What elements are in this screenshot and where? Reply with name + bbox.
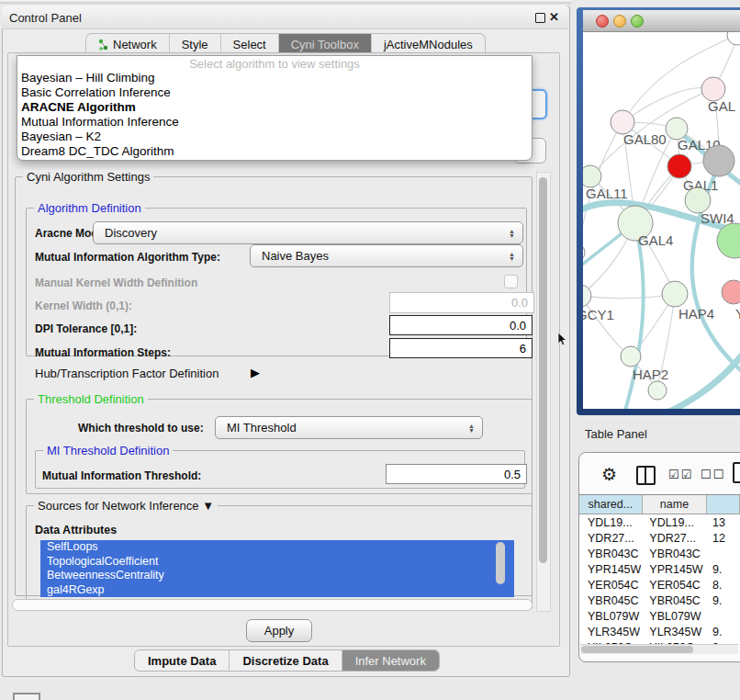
- network-node-y[interactable]: [722, 280, 740, 304]
- tab-impute-data[interactable]: Impute Data: [135, 650, 229, 671]
- docked-panel-icon[interactable]: [13, 693, 40, 700]
- which-threshold-combo[interactable]: MI Threshold ▲▼: [215, 416, 483, 439]
- table-cell[interactable]: YBR043C: [579, 546, 641, 561]
- control-panel-titlebar[interactable]: [2, 6, 568, 29]
- scrollbar-thumb[interactable]: [539, 177, 547, 563]
- algorithm-option[interactable]: Dream8 DC_TDC Algorithm: [17, 144, 532, 159]
- select-all-checkboxes-icon[interactable]: ☑☑: [668, 468, 693, 481]
- algorithm-option[interactable]: Basic Correlation Inference: [17, 85, 532, 100]
- table-cell[interactable]: YBR045C: [579, 593, 641, 608]
- network-node[interactable]: [703, 145, 734, 176]
- attribute-item[interactable]: TopologicalCoefficient: [40, 555, 514, 570]
- manual-kernel-checkbox[interactable]: [504, 275, 518, 288]
- tab-discretize-data[interactable]: Discretize Data: [229, 650, 341, 671]
- close-traffic-light-icon[interactable]: [596, 15, 609, 28]
- deselect-all-checkboxes-icon[interactable]: ☐☐: [701, 468, 725, 481]
- mi-steps-field[interactable]: 6: [389, 338, 533, 358]
- scrollbar-thumb[interactable]: [581, 646, 693, 653]
- table-row[interactable]: YBL079WYBL079W: [579, 608, 740, 624]
- table-cell[interactable]: [704, 608, 740, 624]
- table-cell[interactable]: 9.: [704, 593, 740, 608]
- table-row[interactable]: YBR045CYBR045C9.: [579, 593, 740, 608]
- settings-horizontal-scrollbar[interactable]: [12, 599, 533, 611]
- network-node-swi4[interactable]: [685, 187, 711, 213]
- table-cell[interactable]: YER054C: [641, 577, 704, 593]
- table-cell[interactable]: YER054C: [579, 577, 641, 593]
- apply-button[interactable]: Apply: [246, 619, 312, 642]
- table-row[interactable]: YER054CYER054C8.: [579, 577, 740, 593]
- table-row[interactable]: YBR043CYBR043C: [579, 546, 740, 561]
- network-node-gal11[interactable]: [583, 165, 601, 187]
- expand-arrow-icon[interactable]: ▶: [251, 366, 260, 379]
- column-layout-icon[interactable]: [636, 466, 656, 485]
- column-header[interactable]: name: [643, 495, 708, 514]
- table-cell[interactable]: YBR043C: [641, 546, 704, 561]
- attribute-item[interactable]: BetweennessCentrality: [40, 569, 514, 583]
- aracne-mode-combo[interactable]: Discovery ▲▼: [93, 221, 523, 244]
- algorithm-option[interactable]: Bayesian – K2: [17, 130, 532, 144]
- table-cell[interactable]: YPR145W: [641, 561, 704, 577]
- float-window-icon[interactable]: [535, 13, 545, 23]
- table-cell[interactable]: YBL079W: [579, 608, 641, 624]
- table-cell[interactable]: YDL19...: [579, 514, 641, 530]
- tab-style[interactable]: Style: [169, 34, 220, 54]
- tab-network[interactable]: Network: [86, 34, 169, 54]
- export-table-icon[interactable]: [733, 462, 740, 483]
- table-horizontal-scrollbar[interactable]: [580, 644, 738, 654]
- network-canvas[interactable]: GALGAL80GAL10GAL1GAL11SWI4GAL4GCY1HAP4YH…: [583, 32, 740, 409]
- collapse-arrow-icon[interactable]: ▼: [202, 499, 214, 513]
- close-icon[interactable]: ✕: [549, 10, 559, 24]
- table-cell[interactable]: YBR045C: [641, 593, 704, 608]
- attribute-list-scrollbar[interactable]: [496, 542, 505, 584]
- table-cell[interactable]: 9.: [704, 561, 740, 577]
- network-node-gal1[interactable]: [667, 154, 691, 178]
- column-header[interactable]: shared...: [579, 495, 643, 514]
- table-cell[interactable]: YDR27...: [579, 530, 641, 546]
- table-row[interactable]: YDL19...YDL19...13: [579, 514, 740, 530]
- dpi-tolerance-field[interactable]: 0.0: [389, 315, 533, 335]
- attribute-item[interactable]: SelfLoops: [40, 540, 514, 555]
- network-window-titlebar[interactable]: [583, 10, 740, 32]
- network-node-hap2[interactable]: [621, 346, 641, 367]
- table-row[interactable]: YDR27...YDR27...12: [579, 530, 740, 546]
- table-cell[interactable]: YDL19...: [641, 514, 704, 530]
- gear-icon[interactable]: ⚙: [601, 464, 617, 485]
- table-cell[interactable]: [704, 546, 740, 561]
- minimize-traffic-light-icon[interactable]: [613, 15, 626, 28]
- network-node[interactable]: [648, 381, 667, 400]
- table-cell[interactable]: 9.: [704, 624, 740, 639]
- table-cell[interactable]: 8.: [704, 577, 740, 593]
- network-node[interactable]: [727, 32, 740, 45]
- tab-jactivemnodules[interactable]: jActiveMNodules: [371, 34, 485, 54]
- network-node-gcy1[interactable]: [583, 285, 591, 307]
- table-cell[interactable]: YBL079W: [641, 608, 704, 624]
- table-row[interactable]: YLR345WYLR345W9.: [579, 624, 740, 639]
- algorithm-option[interactable]: Mutual Information Inference: [17, 115, 532, 130]
- tab-select[interactable]: Select: [220, 34, 278, 54]
- column-header[interactable]: [707, 495, 740, 514]
- table-cell[interactable]: YLR345W: [579, 624, 641, 639]
- algorithm-option[interactable]: ARACNE Algorithm: [17, 100, 532, 115]
- algorithm-option[interactable]: Bayesian – Hill Climbing: [17, 71, 532, 85]
- network-node-hap4[interactable]: [662, 281, 688, 307]
- attribute-item[interactable]: gal4RGexp: [40, 583, 514, 598]
- network-node[interactable]: [583, 243, 585, 262]
- dpi-tolerance-label: DPI Tolerance [0,1]:: [35, 322, 137, 335]
- table-row[interactable]: YPR145WYPR145W9.: [579, 561, 740, 577]
- table-cell[interactable]: YLR345W: [641, 624, 704, 639]
- node-label: Y: [735, 306, 740, 322]
- table-cell[interactable]: YPR145W: [579, 561, 641, 577]
- settings-vertical-scrollbar[interactable]: [536, 172, 551, 612]
- zoom-traffic-light-icon[interactable]: [631, 15, 644, 28]
- tab-infer-network[interactable]: Infer Network: [342, 650, 439, 671]
- kernel-width-label: Kernel Width (0,1):: [35, 299, 132, 312]
- mi-algorithm-type-combo[interactable]: Naive Bayes ▲▼: [250, 244, 523, 267]
- hub-definition-label[interactable]: Hub/Transcription Factor Definition: [35, 367, 219, 380]
- data-attributes-list[interactable]: SelfLoopsTopologicalCoefficientBetweenne…: [40, 540, 514, 597]
- table-cell[interactable]: 13: [704, 514, 740, 530]
- table-cell[interactable]: YDR27...: [641, 530, 704, 546]
- tab-cyni-toolbox[interactable]: Cyni Toolbox: [278, 34, 371, 54]
- mi-threshold-field[interactable]: 0.5: [386, 464, 527, 484]
- node-label: GAL: [708, 98, 735, 114]
- table-cell[interactable]: 12: [704, 530, 740, 546]
